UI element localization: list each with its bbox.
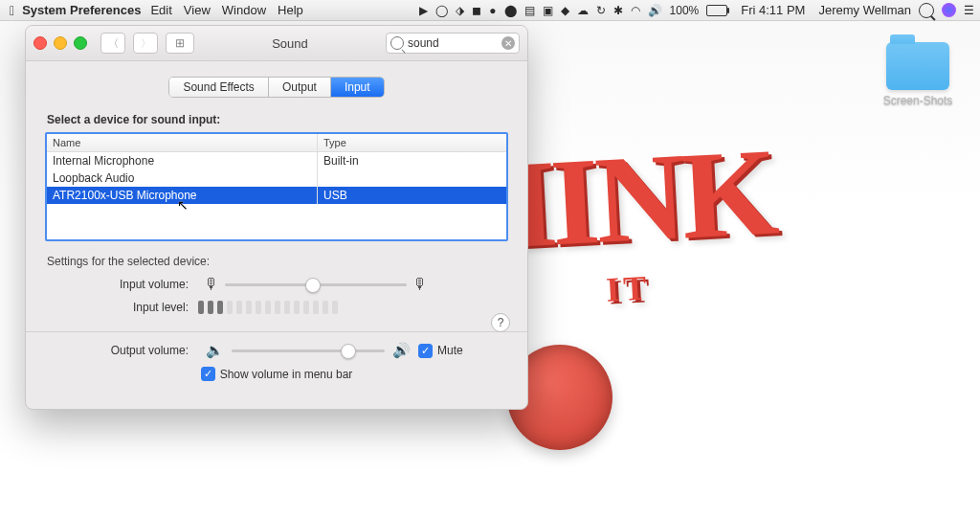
input-level-label: Input level: <box>45 301 198 314</box>
system-preferences-window: 〈 〉 ⊞ Sound sound ✕ Sound Effects Output… <box>25 25 528 410</box>
menubar-username[interactable]: Jeremy Wellman <box>818 3 911 17</box>
status-icon[interactable]: ◯ <box>435 4 448 17</box>
input-device-heading: Select a device for sound input: <box>47 113 508 126</box>
close-button[interactable] <box>33 36 47 50</box>
wifi-icon[interactable]: ◠ <box>631 4 640 17</box>
window-titlebar[interactable]: 〈 〉 ⊞ Sound sound ✕ <box>26 26 527 61</box>
battery-percent[interactable]: 100% <box>670 4 700 17</box>
input-volume-label: Input volume: <box>45 278 198 291</box>
folder-icon <box>886 42 949 90</box>
show-volume-checkbox[interactable]: ✓ <box>201 367 215 381</box>
volume-icon[interactable]: 🔊 <box>648 4 662 17</box>
menu-window[interactable]: Window <box>222 3 266 17</box>
notification-center-icon[interactable]: ☰ <box>964 4 974 17</box>
mic-high-icon: 🎙 <box>412 276 428 293</box>
folder-label: Screen-Shots <box>877 94 959 107</box>
output-volume-row: Output volume: 🔈 🔊 ✓ Mute <box>45 342 508 359</box>
desktop-folder-screenshots[interactable]: Screen-Shots <box>877 42 959 107</box>
status-icon[interactable]: ◼ <box>472 4 481 17</box>
menubar:  System Preferences Edit View Window He… <box>0 0 980 21</box>
menu-help[interactable]: Help <box>278 3 303 17</box>
mic-low-icon: 🎙 <box>204 276 219 293</box>
status-icon[interactable]: ☁ <box>577 4 589 17</box>
zoom-button[interactable] <box>74 36 87 50</box>
menubar-status-icons: ▶ ◯ ⬗ ◼ ● ⬤ ▤ ▣ ◆ ☁ ↻ ✱ ◠ 🔊 100% Fri 4:1… <box>419 3 974 18</box>
apple-menu-icon[interactable]:  <box>10 3 14 18</box>
table-row[interactable]: Loopback Audio <box>47 169 506 187</box>
desktop:  System Preferences Edit View Window He… <box>0 0 980 518</box>
input-device-table: Name Type Internal Microphone Built-in L… <box>45 132 508 241</box>
settings-heading: Settings for the selected device: <box>47 255 508 268</box>
menu-edit[interactable]: Edit <box>150 3 171 17</box>
input-level-row: Input level: <box>45 301 508 314</box>
time-machine-icon[interactable]: ↻ <box>596 4 606 17</box>
show-volume-row: ✓ Show volume in menu bar <box>45 367 508 381</box>
col-type[interactable]: Type <box>318 134 506 151</box>
help-button[interactable]: ? <box>491 313 510 332</box>
output-volume-label: Output volume: <box>45 344 198 357</box>
menubar-clock[interactable]: Fri 4:11 PM <box>741 3 805 17</box>
status-icon[interactable]: ◆ <box>561 4 569 17</box>
show-all-button[interactable]: ⊞ <box>166 33 194 54</box>
minimize-button[interactable] <box>54 36 67 50</box>
spotlight-icon[interactable] <box>919 3 934 18</box>
window-body: Sound Effects Output Input Select a devi… <box>26 61 527 391</box>
show-volume-label: Show volume in menu bar <box>220 368 353 381</box>
battery-icon[interactable] <box>706 5 727 16</box>
table-row[interactable]: Internal Microphone Built-in <box>47 152 506 169</box>
search-field[interactable]: sound ✕ <box>386 33 520 54</box>
bluetooth-icon[interactable]: ✱ <box>613 4 623 17</box>
window-title: Sound <box>202 36 378 51</box>
mute-label: Mute <box>437 344 463 357</box>
status-icon[interactable]: ⬤ <box>504 4 517 17</box>
input-level-meter <box>198 301 338 314</box>
clear-search-icon[interactable]: ✕ <box>501 36 515 50</box>
tab-output[interactable]: Output <box>269 78 331 97</box>
mute-checkbox[interactable]: ✓ <box>418 344 433 358</box>
speaker-low-icon: 🔈 <box>206 342 224 359</box>
input-volume-slider[interactable] <box>225 277 407 292</box>
app-menu-title[interactable]: System Preferences <box>22 3 141 17</box>
status-icon[interactable]: ● <box>489 4 496 17</box>
tab-input[interactable]: Input <box>331 78 384 97</box>
sound-tabs: Sound Effects Output Input <box>168 77 384 98</box>
divider <box>26 331 527 332</box>
status-icon[interactable]: ▣ <box>543 4 553 17</box>
menu-view[interactable]: View <box>184 3 211 17</box>
status-icon[interactable]: ▶ <box>419 4 428 17</box>
col-name[interactable]: Name <box>47 134 318 151</box>
search-value: sound <box>408 36 439 50</box>
status-icon[interactable]: ▤ <box>524 4 535 17</box>
output-volume-slider[interactable] <box>232 343 385 358</box>
table-header: Name Type <box>47 134 506 152</box>
wallpaper-text-2: IT <box>605 260 780 309</box>
tab-sound-effects[interactable]: Sound Effects <box>169 78 269 97</box>
dropbox-icon[interactable]: ⬗ <box>456 4 464 17</box>
speaker-high-icon: 🔊 <box>392 342 411 359</box>
table-row[interactable]: ATR2100x-USB Microphone USB <box>47 187 506 204</box>
back-button[interactable]: 〈 <box>100 33 125 54</box>
input-volume-row: Input volume: 🎙 🎙 <box>45 276 508 293</box>
forward-button[interactable]: 〉 <box>133 33 158 54</box>
siri-icon[interactable] <box>942 3 956 17</box>
window-controls <box>33 36 87 50</box>
search-icon <box>390 36 404 50</box>
